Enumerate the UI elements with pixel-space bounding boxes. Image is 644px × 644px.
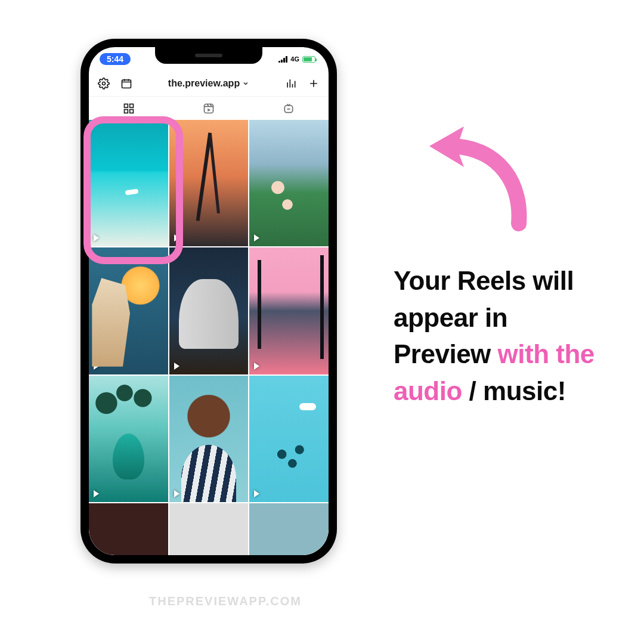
grid-icon xyxy=(123,103,135,114)
status-time: 5:44 xyxy=(100,53,131,65)
play-icon xyxy=(94,363,99,370)
igtv-icon xyxy=(283,103,295,114)
settings-gear-icon[interactable] xyxy=(97,77,110,90)
username-text: the.preview.app xyxy=(168,78,240,89)
play-icon xyxy=(94,234,99,242)
analytics-icon[interactable] xyxy=(284,77,298,90)
app-toolbar: the.preview.app xyxy=(89,71,329,96)
caption-part2: / music! xyxy=(462,376,566,405)
play-icon xyxy=(254,490,259,497)
network-label: 4G xyxy=(290,55,299,63)
reel-thumbnail[interactable] xyxy=(249,247,329,374)
reels-grid xyxy=(89,120,329,555)
tab-reels[interactable] xyxy=(169,97,249,120)
status-right: 4G xyxy=(278,55,315,63)
svg-rect-4 xyxy=(125,109,128,113)
svg-marker-7 xyxy=(208,109,210,112)
battery-icon xyxy=(302,56,315,63)
watermark-text: THEPREVIEWAPP.COM xyxy=(149,595,302,608)
tab-igtv[interactable] xyxy=(249,97,329,120)
reels-icon xyxy=(203,103,215,114)
svg-rect-3 xyxy=(130,104,134,107)
play-icon xyxy=(174,234,179,242)
phone-notch xyxy=(155,47,262,64)
reel-thumbnail[interactable] xyxy=(249,503,329,555)
play-icon xyxy=(94,490,99,497)
arrow-annotation-icon xyxy=(417,119,537,233)
reel-thumbnail[interactable] xyxy=(89,120,168,246)
play-icon xyxy=(254,234,259,242)
add-plus-icon[interactable] xyxy=(307,77,320,90)
feed-tabs xyxy=(89,96,329,120)
caption-text: Your Reels will appear in Preview with t… xyxy=(394,262,596,409)
play-icon xyxy=(254,363,259,370)
chevron-down-icon xyxy=(242,80,249,87)
reel-thumbnail[interactable] xyxy=(169,376,249,502)
reel-thumbnail[interactable] xyxy=(169,120,249,246)
play-icon xyxy=(174,490,179,497)
reel-thumbnail[interactable] xyxy=(169,503,249,555)
reel-thumbnail[interactable] xyxy=(89,376,168,502)
svg-rect-2 xyxy=(125,104,128,107)
svg-rect-5 xyxy=(130,109,134,113)
tab-grid[interactable] xyxy=(89,97,169,120)
phone-frame: 5:44 4G the.preview.app xyxy=(80,39,337,564)
reel-thumbnail[interactable] xyxy=(89,247,168,374)
calendar-icon[interactable] xyxy=(120,77,133,90)
username-dropdown[interactable]: the.preview.app xyxy=(168,78,249,89)
reel-thumbnail[interactable] xyxy=(249,376,329,502)
svg-rect-6 xyxy=(205,104,213,113)
play-icon xyxy=(174,363,179,370)
phone-screen: 5:44 4G the.preview.app xyxy=(89,47,329,555)
svg-rect-1 xyxy=(122,80,131,88)
reel-thumbnail[interactable] xyxy=(89,503,168,555)
signal-icon xyxy=(278,56,287,63)
reel-thumbnail[interactable] xyxy=(249,120,329,246)
svg-point-0 xyxy=(103,82,106,85)
reel-thumbnail[interactable] xyxy=(169,247,249,374)
